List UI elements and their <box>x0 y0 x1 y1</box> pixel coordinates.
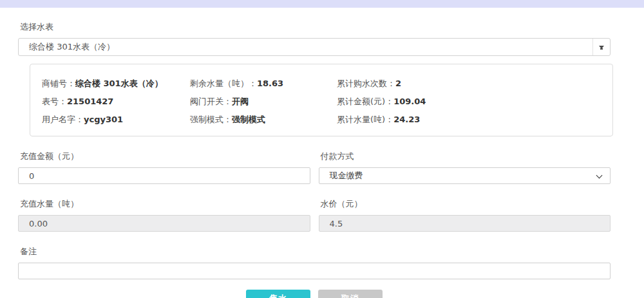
water-price-input <box>319 215 611 232</box>
info-user-name: 用户名字：ycgy301 <box>42 107 190 126</box>
remark-input[interactable] <box>18 263 611 279</box>
payment-method-value: 现金缴费 <box>319 170 611 182</box>
recharge-volume-label: 充值水量（吨） <box>20 198 310 210</box>
top-accent-bar <box>0 0 644 8</box>
recharge-amount-label: 充值金额（元） <box>20 151 310 162</box>
info-meter-number: 表号：21501427 <box>42 89 190 107</box>
recharge-volume-input <box>18 215 310 232</box>
sell-water-form: 选择水表 综合楼 301水表（冷） 商铺号：综合楼 301水表（冷） 剩余水量（… <box>18 21 611 298</box>
meter-select-label: 选择水表 <box>20 21 611 33</box>
info-force-mode: 强制模式：强制模式 <box>190 107 337 126</box>
water-price-label: 水价（元） <box>321 198 611 210</box>
meter-select-value: 综合楼 301水表（冷） <box>19 41 592 53</box>
payment-method-select[interactable]: 现金缴费 <box>319 167 611 184</box>
info-valve-switch: 阀门开关：开阀 <box>190 89 337 107</box>
cancel-button[interactable]: 取消 <box>318 290 383 298</box>
meter-select[interactable]: 综合楼 301水表（冷） <box>18 38 611 56</box>
info-total-amount: 累计金额(元)：109.04 <box>337 89 612 107</box>
info-purchase-count: 累计购水次数：2 <box>337 71 612 89</box>
info-shop-number: 商铺号：综合楼 301水表（冷） <box>42 71 190 89</box>
info-total-water: 累计水量(吨)：24.23 <box>337 107 612 126</box>
sell-water-button[interactable]: 售水 <box>246 290 310 298</box>
info-remaining-water: 剩余水量（吨）：18.63 <box>190 71 337 89</box>
caret-stem <box>600 48 603 50</box>
remark-label: 备注 <box>20 246 611 257</box>
recharge-amount-input[interactable] <box>18 167 310 184</box>
payment-method-label: 付款方式 <box>321 151 611 162</box>
meter-select-caret-button[interactable] <box>592 39 610 55</box>
meter-info-panel: 商铺号：综合楼 301水表（冷） 剩余水量（吨）：18.63 累计购水次数：2 … <box>30 64 613 136</box>
